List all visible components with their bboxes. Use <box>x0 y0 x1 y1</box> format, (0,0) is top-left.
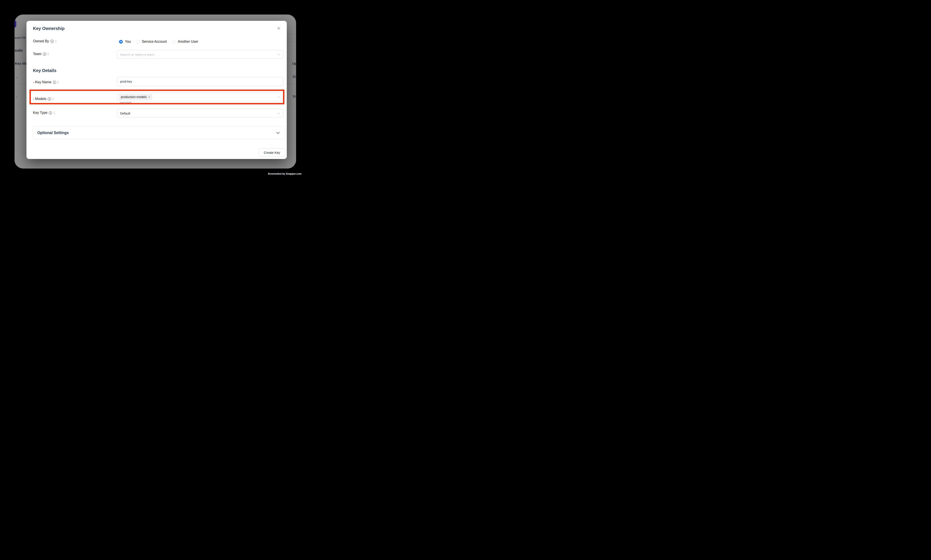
key-type-label-text: Key Type <box>33 111 47 115</box>
radio-dot <box>120 41 122 42</box>
create-key-button[interactable]: Create Key <box>259 149 285 156</box>
chevron-down-icon <box>277 95 280 98</box>
models-label-text: Models <box>35 97 46 101</box>
watermark-text: Screenshot by Xnapper.com <box>268 172 302 175</box>
key-name-label: *Key Namei: <box>33 80 58 84</box>
radio-option-service-account[interactable]: Service Account <box>136 40 167 44</box>
chevron-down-icon <box>277 53 280 55</box>
key-type-select[interactable]: Default <box>117 109 283 118</box>
team-label-text: Team <box>33 52 42 56</box>
optional-settings-accordion[interactable]: Optional Settings <box>33 126 285 139</box>
radio-option-you[interactable]: You <box>119 40 131 44</box>
radio-selected-icon[interactable] <box>119 40 123 44</box>
required-asterisk: * <box>33 81 34 85</box>
selected-model-tag-text: production-models <box>121 95 147 99</box>
label-colon: : <box>58 80 58 84</box>
owned-by-radio-group: You Service Account Another User <box>119 39 203 44</box>
radio-unselected-icon[interactable] <box>136 40 140 44</box>
team-select-placeholder: Search or select a team <box>120 53 154 56</box>
modal-section-title-key-details: Key Details <box>33 68 56 73</box>
required-asterisk: * <box>33 98 34 101</box>
radio-option-another-user[interactable]: Another User <box>172 40 198 44</box>
info-icon[interactable]: i <box>49 111 52 114</box>
chevron-down-icon <box>276 130 280 134</box>
info-icon[interactable]: i <box>43 52 46 56</box>
label-colon: : <box>48 52 49 56</box>
models-required-hint: required <box>120 101 131 105</box>
selected-model-tag: production-models ✕ <box>119 94 152 100</box>
team-select[interactable]: Search or select a team <box>117 50 283 59</box>
team-label: Teami: <box>33 52 49 56</box>
label-colon: : <box>55 39 56 43</box>
create-key-modal: Key Ownership ✕ Owned Byi: You Service A… <box>26 21 287 159</box>
info-icon[interactable]: i <box>48 97 51 101</box>
chevron-down-icon <box>277 111 280 114</box>
info-icon[interactable]: i <box>51 40 54 43</box>
label-colon: : <box>54 111 54 115</box>
key-type-label: Key Typei: <box>33 111 55 115</box>
radio-label-another-user[interactable]: Another User <box>178 40 198 44</box>
info-icon[interactable]: i <box>53 81 56 84</box>
key-name-input[interactable] <box>117 77 283 86</box>
models-select[interactable]: production-models ✕ <box>117 92 283 101</box>
label-colon: : <box>52 97 53 101</box>
radio-label-service-account[interactable]: Service Account <box>142 40 167 44</box>
optional-settings-title: Optional Settings <box>37 131 69 135</box>
radio-unselected-icon[interactable] <box>172 40 176 44</box>
close-icon[interactable]: ✕ <box>275 25 282 32</box>
owned-by-label-text: Owned By <box>33 39 49 43</box>
modal-section-title-key-ownership: Key Ownership <box>33 26 65 31</box>
models-label: *Modelsi: <box>33 97 54 101</box>
owned-by-label: Owned Byi: <box>33 39 56 43</box>
key-name-label-text: Key Name <box>35 80 51 84</box>
radio-label-you[interactable]: You <box>125 40 131 44</box>
remove-tag-icon[interactable]: ✕ <box>148 95 150 98</box>
key-type-select-value: Default <box>120 111 130 115</box>
